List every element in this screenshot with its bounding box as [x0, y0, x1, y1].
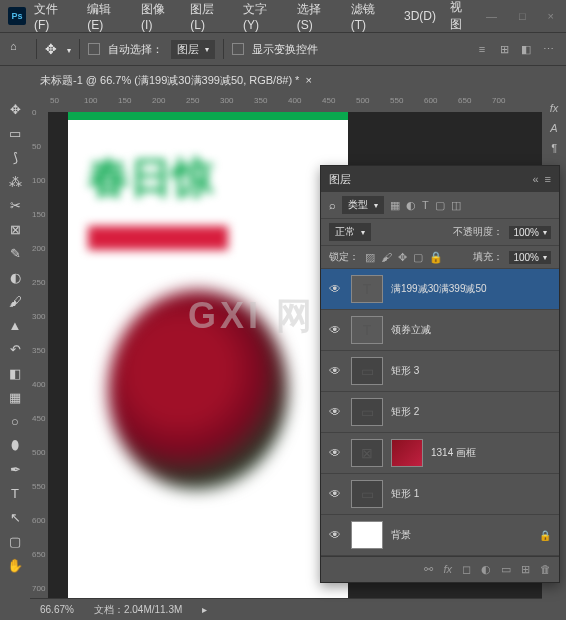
add-mask-icon[interactable]: ◻ — [462, 563, 471, 576]
layer-name[interactable]: 矩形 2 — [391, 405, 551, 419]
eyedropper-tool[interactable]: ✎ — [3, 242, 27, 264]
filter-shape-icon[interactable]: ▢ — [435, 199, 445, 212]
layer-item[interactable]: 👁⊠1314 画框 — [321, 433, 559, 474]
visibility-toggle-icon[interactable]: 👁 — [329, 528, 343, 542]
layer-fx-icon[interactable]: fx — [443, 563, 452, 576]
layer-name[interactable]: 背景 — [391, 528, 531, 542]
lock-artboard-icon[interactable]: ▢ — [413, 251, 423, 264]
path-select-tool[interactable]: ↖ — [3, 506, 27, 528]
brush-tool[interactable]: 🖌 — [3, 290, 27, 312]
stamp-tool[interactable]: ▲ — [3, 314, 27, 336]
frame-tool[interactable]: ⊠ — [3, 218, 27, 240]
auto-select-target-dropdown[interactable]: 图层 — [171, 40, 215, 59]
layer-item[interactable]: 👁▭矩形 1 — [321, 474, 559, 515]
new-adjustment-icon[interactable]: ◐ — [481, 563, 491, 576]
layer-name[interactable]: 矩形 1 — [391, 487, 551, 501]
toolbox: ✥ ▭ ⟆ ⁂ ✂ ⊠ ✎ ◐ 🖌 ▲ ↶ ◧ ▦ ○ ⬮ ✒ T ↖ ▢ ✋ — [0, 94, 30, 620]
type-tool[interactable]: T — [3, 482, 27, 504]
close-button[interactable]: × — [544, 8, 558, 24]
visibility-toggle-icon[interactable]: 👁 — [329, 364, 343, 378]
close-tab-icon[interactable]: × — [305, 74, 311, 86]
maximize-button[interactable]: □ — [515, 8, 530, 24]
align-icon[interactable]: ≡ — [474, 41, 490, 57]
pen-tool[interactable]: ✒ — [3, 458, 27, 480]
layer-thumb-shape: ▭ — [351, 357, 383, 385]
menu-file[interactable]: 文件(F) — [28, 0, 79, 36]
menu-text[interactable]: 文字(Y) — [237, 0, 289, 36]
layer-item[interactable]: 👁背景🔒 — [321, 515, 559, 556]
layer-item[interactable]: 👁▭矩形 3 — [321, 351, 559, 392]
layer-item[interactable]: 👁T满199减30满399减50 — [321, 269, 559, 310]
new-layer-icon[interactable]: ⊞ — [521, 563, 530, 576]
search-icon[interactable]: ⌕ — [329, 199, 336, 211]
filter-type-dropdown[interactable]: 类型 — [342, 196, 384, 214]
layer-item[interactable]: 👁▭矩形 2 — [321, 392, 559, 433]
ruler-vertical: 0501001502002503003504004505005506006507… — [30, 112, 48, 598]
fx-panel-icon[interactable]: fx — [550, 102, 559, 114]
home-icon[interactable]: ⌂ — [10, 40, 28, 58]
character-panel-icon[interactable]: A — [550, 122, 557, 134]
distribute-icon[interactable]: ⊞ — [496, 41, 512, 57]
minimize-button[interactable]: — — [482, 8, 501, 24]
crop-tool[interactable]: ✂ — [3, 194, 27, 216]
hand-tool[interactable]: ✋ — [3, 554, 27, 576]
lasso-tool[interactable]: ⟆ — [3, 146, 27, 168]
show-transform-checkbox[interactable] — [232, 43, 244, 55]
layer-name[interactable]: 满199减30满399减50 — [391, 282, 551, 296]
dodge-tool[interactable]: ⬮ — [3, 434, 27, 456]
eraser-tool[interactable]: ◧ — [3, 362, 27, 384]
visibility-toggle-icon[interactable]: 👁 — [329, 487, 343, 501]
layer-name[interactable]: 矩形 3 — [391, 364, 551, 378]
fill-input[interactable]: 100% — [509, 251, 551, 264]
document-tab[interactable]: 未标题-1 @ 66.7% (满199减30满399减50, RGB/8#) *… — [30, 69, 322, 92]
tool-preset-dropdown[interactable] — [65, 43, 71, 55]
healing-tool[interactable]: ◐ — [3, 266, 27, 288]
zoom-level[interactable]: 66.67% — [40, 604, 74, 615]
move-tool[interactable]: ✥ — [3, 98, 27, 120]
menu-view[interactable]: 视图 — [444, 0, 480, 37]
menu-edit[interactable]: 编辑(E) — [81, 0, 133, 36]
layer-name[interactable]: 1314 画框 — [431, 446, 551, 460]
visibility-toggle-icon[interactable]: 👁 — [329, 282, 343, 296]
menu-filter[interactable]: 滤镜(T) — [345, 0, 396, 36]
visibility-toggle-icon[interactable]: 👁 — [329, 405, 343, 419]
layers-panel-title[interactable]: 图层 — [329, 172, 351, 187]
panel-menu-icon[interactable]: ≡ — [545, 173, 551, 185]
shape-tool[interactable]: ▢ — [3, 530, 27, 552]
history-brush-tool[interactable]: ↶ — [3, 338, 27, 360]
menu-3d[interactable]: 3D(D) — [398, 5, 442, 27]
menu-image[interactable]: 图像(I) — [135, 0, 182, 36]
filter-smart-icon[interactable]: ◫ — [451, 199, 461, 212]
lock-position-icon[interactable]: ✥ — [398, 251, 407, 264]
link-layers-icon[interactable]: ⚯ — [424, 563, 433, 576]
lock-image-icon[interactable]: 🖌 — [381, 251, 392, 264]
visibility-toggle-icon[interactable]: 👁 — [329, 446, 343, 460]
new-group-icon[interactable]: ▭ — [501, 563, 511, 576]
opacity-input[interactable]: 100% — [509, 226, 551, 239]
filter-type-icon[interactable]: T — [422, 199, 429, 212]
menu-layer[interactable]: 图层(L) — [184, 0, 235, 36]
layer-item[interactable]: 👁T领券立减 — [321, 310, 559, 351]
marquee-tool[interactable]: ▭ — [3, 122, 27, 144]
paragraph-panel-icon[interactable]: ¶ — [551, 142, 557, 154]
app-icon: Ps — [8, 7, 26, 25]
layer-name[interactable]: 领券立减 — [391, 323, 551, 337]
panel-collapse-icon[interactable]: « — [532, 173, 538, 185]
visibility-toggle-icon[interactable]: 👁 — [329, 323, 343, 337]
move-tool-icon: ✥ — [45, 41, 57, 57]
artboard: 春日惊 — [68, 112, 348, 598]
blend-mode-dropdown[interactable]: 正常 — [329, 223, 371, 241]
filter-adjustment-icon[interactable]: ◐ — [406, 199, 416, 212]
blur-tool[interactable]: ○ — [3, 410, 27, 432]
lock-all-icon[interactable]: 🔒 — [429, 251, 443, 264]
3d-mode-icon[interactable]: ◧ — [518, 41, 534, 57]
delete-layer-icon[interactable]: 🗑 — [540, 563, 551, 576]
magic-wand-tool[interactable]: ⁂ — [3, 170, 27, 192]
filter-pixel-icon[interactable]: ▦ — [390, 199, 400, 212]
gradient-tool[interactable]: ▦ — [3, 386, 27, 408]
auto-select-checkbox[interactable] — [88, 43, 100, 55]
status-chevron-icon[interactable]: ▸ — [202, 604, 207, 615]
menu-select[interactable]: 选择(S) — [291, 0, 343, 36]
more-options-icon[interactable]: ⋯ — [540, 41, 556, 57]
lock-transparency-icon[interactable]: ▨ — [365, 251, 375, 264]
